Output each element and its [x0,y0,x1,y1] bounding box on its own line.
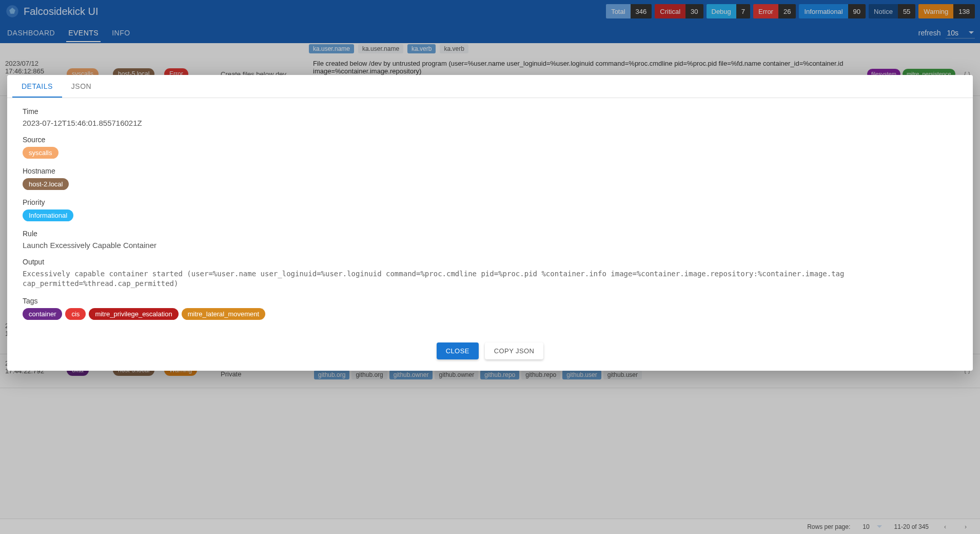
output-label: Output [23,258,957,266]
priority-pill: Informational [23,209,73,221]
dialog-body: Time 2023-07-12T15:46:01.855716021Z Sour… [7,98,973,333]
output-value: Excessively capable container started (u… [23,269,957,289]
dialog-tab-details[interactable]: DETAILS [12,75,62,98]
time-label: Time [23,107,957,116]
close-button[interactable]: CLOSE [437,342,479,359]
tag-pill: mitre_lateral_movement [182,308,265,320]
tag-pill: mitre_privilege_escalation [89,308,178,320]
dialog-actions: CLOSE COPY JSON [7,333,973,371]
tags-label: Tags [23,297,957,305]
tag-pill: container [23,308,62,320]
source-label: Source [23,136,957,144]
rule-label: Rule [23,230,957,238]
dialog-tab-json[interactable]: JSON [62,75,101,98]
event-detail-dialog: DETAILSJSON Time 2023-07-12T15:46:01.855… [7,75,973,371]
priority-label: Priority [23,198,957,206]
dialog-tabs: DETAILSJSON [7,75,973,98]
copy-json-button[interactable]: COPY JSON [485,342,544,359]
time-value: 2023-07-12T15:46:01.855716021Z [23,119,957,127]
rule-value: Launch Excessively Capable Container [23,241,957,250]
tags-row: containercismitre_privilege_escalationmi… [23,308,957,320]
hostname-label: Hostname [23,167,957,175]
tag-pill: cis [65,308,86,320]
source-pill: syscalls [23,147,58,159]
hostname-pill: host-2.local [23,178,69,190]
